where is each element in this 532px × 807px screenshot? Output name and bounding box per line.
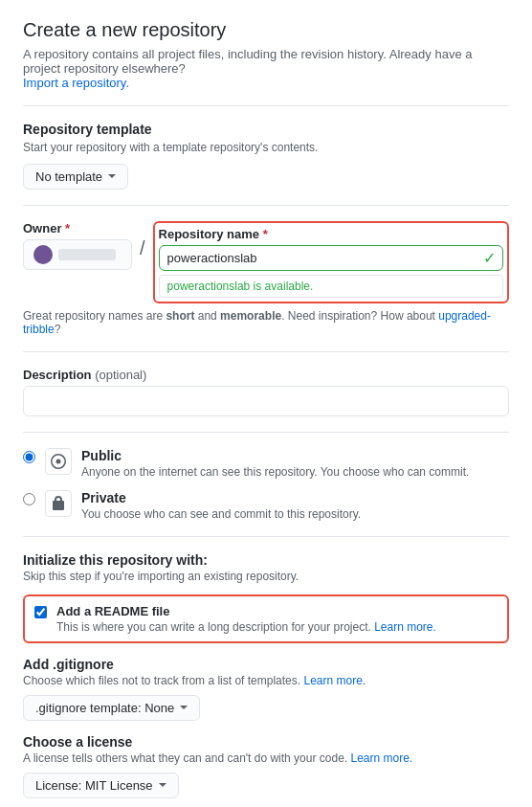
gitignore-caret-icon [180,706,188,713]
readme-label: Add a README file [56,604,498,618]
description-label: Description (optional) [23,368,509,382]
readme-content: Add a README file This is where you can … [56,604,498,634]
init-sub: Skip this step if you're importing an ex… [23,570,509,583]
license-value: License: MIT License [35,778,153,793]
visibility-private: Private You choose who can see and commi… [23,490,509,521]
gitignore-sub: Choose which files not to track from a l… [23,674,509,687]
readme-item: Add a README file This is where you can … [23,594,509,643]
page-subtitle: A repository contains all project files,… [23,47,509,90]
template-sub: Start your repository with a template re… [23,141,509,154]
owner-section: Owner * [23,221,132,270]
slash-separator: / [140,221,145,258]
public-radio[interactable] [23,451,35,463]
gitignore-title: Add .gitignore [23,657,509,672]
gitignore-value: .gitignore template: None [35,701,174,715]
divider-2 [23,351,509,352]
owner-avatar [33,245,53,264]
check-icon: ✓ [483,249,496,267]
init-title: Initialize this repository with: [23,552,509,568]
license-caret-icon [159,783,166,791]
license-title: Choose a license [23,734,509,750]
template-value: No template [35,169,102,184]
private-radio[interactable] [23,493,35,505]
template-label: Repository template [23,122,509,137]
divider-1 [23,205,509,206]
license-section: Choose a license A license tells others … [23,734,509,798]
great-names-text: Great repository names are short and mem… [23,309,509,336]
public-label: Public [81,448,509,463]
visibility-section: Public Anyone on the internet can see th… [23,448,509,521]
owner-required: * [65,221,70,235]
description-optional: (optional) [95,368,146,382]
private-desc: You choose who can see and commit to thi… [81,507,509,521]
owner-selector[interactable] [23,239,132,270]
public-content: Public Anyone on the internet can see th… [81,448,509,479]
visibility-public: Public Anyone on the internet can see th… [23,448,509,479]
repo-name-input-wrap: ✓ [159,245,503,271]
divider-top [23,105,509,106]
license-dropdown[interactable]: License: MIT License [23,773,179,798]
template-caret-icon [108,174,116,182]
license-learn-more[interactable]: Learn more. [351,751,413,765]
divider-3 [23,432,509,433]
public-icon [45,448,72,475]
init-section: Initialize this repository with: Skip th… [23,552,509,643]
availability-message: poweractionslab is available. [159,275,503,298]
description-input[interactable] [23,386,509,416]
private-content: Private You choose who can see and commi… [81,490,509,521]
template-section: Repository template Start your repositor… [23,122,509,190]
divider-4 [23,536,509,537]
repo-name-input[interactable] [159,245,503,271]
import-link[interactable]: Import a repository. [23,76,129,90]
owner-label: Owner * [23,221,132,235]
readme-desc: This is where you can write a long descr… [56,620,498,634]
license-sub: A license tells others what they can and… [23,751,509,765]
gitignore-section: Add .gitignore Choose which files not to… [23,657,509,721]
description-section: Description (optional) [23,368,509,416]
page-title: Create a new repository [23,19,509,41]
owner-repo-row: Owner * / Repository name * ✓ poweractio… [23,221,509,303]
repo-name-section: Repository name * ✓ poweractionslab is a… [153,221,509,303]
readme-checkbox[interactable] [34,606,47,618]
owner-name [58,249,116,260]
template-dropdown[interactable]: No template [23,164,128,190]
readme-learn-more[interactable]: Learn more. [374,620,436,634]
private-icon [45,490,72,517]
repo-name-label: Repository name * [159,227,503,241]
public-desc: Anyone on the internet can see this repo… [81,465,509,479]
gitignore-learn-more[interactable]: Learn more. [303,674,366,687]
private-label: Private [81,490,509,505]
gitignore-dropdown[interactable]: .gitignore template: None [23,695,200,721]
